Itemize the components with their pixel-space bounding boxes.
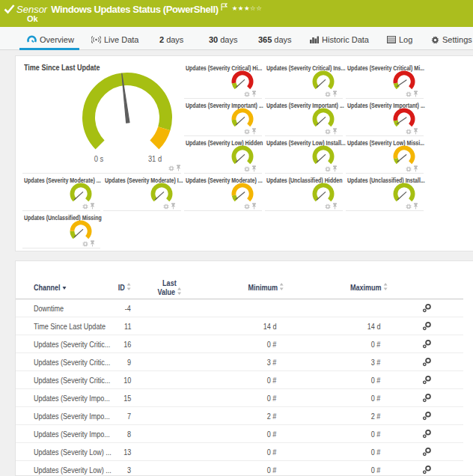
channel-id: 16 <box>91 340 131 349</box>
gauge-settings-gear-icon[interactable] <box>163 204 169 210</box>
pin-icon[interactable] <box>332 128 338 135</box>
gauge-cell-icons <box>325 203 338 210</box>
gauge-cell[interactable]: Updates (Unclassified) Install... <box>346 174 424 211</box>
channel-row[interactable]: Updates (Severity Critic...160 #0 # <box>16 335 463 353</box>
gauge-settings-gear-icon[interactable] <box>244 129 250 135</box>
gauge-settings-gear-icon[interactable] <box>82 204 88 210</box>
channel-row[interactable]: Time Since Last Update1114 d14 d <box>16 317 463 335</box>
pin-icon[interactable] <box>90 203 95 210</box>
gauge-cell[interactable]: Updates (Severity Important) ... <box>346 100 424 136</box>
column-header-last-value[interactable]: LastValue <box>132 278 207 296</box>
gauge-settings-gear-icon[interactable] <box>325 91 331 97</box>
tab-30-days[interactable]: 30days <box>209 34 238 46</box>
gauge-settings-gear-icon[interactable] <box>325 129 331 135</box>
channel-maximum: 14 d <box>305 322 380 331</box>
pin-icon[interactable] <box>332 91 338 97</box>
gauge-cell[interactable]: Updates (Unclassified) Missing <box>22 212 100 248</box>
gauge-cell[interactable]: Updates (Severity Important) ... <box>184 100 262 136</box>
channel-row[interactable]: Downtime-4 <box>16 299 463 317</box>
tab-log[interactable]: Log <box>387 34 412 46</box>
gauge-cell[interactable]: Updates (Severity Low) Install... <box>265 137 343 174</box>
channel-settings-icon[interactable] <box>421 356 433 368</box>
gauge-settings-gear-icon[interactable] <box>325 166 331 172</box>
channel-settings-icon[interactable] <box>421 320 433 332</box>
pin-icon[interactable] <box>413 91 418 97</box>
gauge-settings-gear-icon[interactable] <box>406 204 412 210</box>
gauge-settings-gear-icon[interactable] <box>406 166 412 172</box>
gauge-cell[interactable]: Updates (Severity Critical) Hi... <box>184 62 262 99</box>
tab-settings[interactable]: Settings <box>431 34 472 46</box>
channel-name[interactable]: Downtime <box>34 304 70 313</box>
pin-icon[interactable] <box>413 128 418 135</box>
sensor-status-text: Ok <box>27 14 38 23</box>
pin-icon[interactable] <box>176 165 181 171</box>
channel-settings-icon[interactable] <box>421 392 433 404</box>
gauge-cell[interactable]: Updates (Severity Low) Missi... <box>346 137 424 174</box>
sort-icon[interactable] <box>383 283 388 290</box>
tab-365-days[interactable]: 365days <box>258 34 292 46</box>
pin-icon[interactable] <box>413 203 418 210</box>
gauge-settings-gear-icon[interactable] <box>168 165 174 171</box>
pin-icon[interactable] <box>251 165 257 172</box>
channel-row[interactable]: Updates (Severity Critic...93 #3 # <box>16 353 463 371</box>
gauge-settings-gear-icon[interactable] <box>406 91 412 97</box>
gauge-settings-gear-icon[interactable] <box>244 204 250 210</box>
priority-flag-icon[interactable] <box>221 3 228 10</box>
priority-stars[interactable]: ★★★☆☆ <box>232 4 263 12</box>
column-header-minimum[interactable]: Minimum <box>201 283 284 292</box>
pin-icon[interactable] <box>171 203 176 210</box>
channel-settings-icon[interactable] <box>421 374 433 386</box>
pin-icon[interactable] <box>90 240 95 247</box>
channel-row[interactable]: Updates (Severity Impo...72 #2 # <box>16 407 463 425</box>
channel-minimum: 2 # <box>201 412 276 421</box>
sort-icon[interactable] <box>126 283 131 290</box>
gauge-cell[interactable]: Updates (Severity Moderate) ... <box>22 174 100 211</box>
gauge-min-label: 0 s <box>93 154 106 163</box>
pin-icon[interactable] <box>332 203 338 210</box>
column-header-channel[interactable]: Channel <box>34 283 73 292</box>
gauge-settings-gear-icon[interactable] <box>325 204 331 210</box>
tab-historic-data[interactable]: Historic Data <box>310 34 369 46</box>
column-header-id[interactable]: ID <box>91 283 131 292</box>
tab-label: Overview <box>40 35 74 44</box>
channel-settings-icon[interactable] <box>421 446 433 458</box>
tab-live-data[interactable]: Live Data <box>91 34 138 46</box>
pin-icon[interactable] <box>332 165 338 172</box>
gauge-cell[interactable]: Updates (Severity Important) ... <box>265 100 343 136</box>
gauge-settings-gear-icon[interactable] <box>406 129 412 135</box>
sort-icon[interactable] <box>177 287 181 295</box>
channel-row[interactable]: Updates (Severity Impo...150 #0 # <box>16 389 463 407</box>
pin-icon[interactable] <box>251 203 257 210</box>
channel-settings-icon[interactable] <box>421 338 433 350</box>
gauge-cell[interactable]: Updates (Unclassified) Hidden <box>265 174 343 211</box>
pin-icon[interactable] <box>413 165 418 172</box>
column-header-maximum[interactable]: Maximum <box>305 283 388 292</box>
channel-row[interactable]: Updates (Severity Low) ...130 #0 # <box>16 443 463 461</box>
gauge-cell-icons <box>168 165 181 171</box>
gauge-cell-time-since-last-update[interactable]: Time Since Last Update0 s31 d <box>22 62 181 174</box>
gauge-settings-gear-icon[interactable] <box>244 166 250 172</box>
cell-divider <box>346 98 424 99</box>
sort-icon[interactable] <box>279 283 284 290</box>
pin-icon[interactable] <box>251 128 257 135</box>
channel-settings-icon[interactable] <box>421 428 433 440</box>
channel-row[interactable]: Updates (Severity Critic...100 #0 # <box>16 371 463 389</box>
gauge-settings-gear-icon[interactable] <box>82 241 88 247</box>
gauge-settings-gear-icon[interactable] <box>244 91 250 97</box>
channel-row[interactable]: Updates (Severity Impo...80 #0 # <box>16 425 463 443</box>
tab-overview[interactable]: Overview <box>27 34 74 46</box>
pin-icon[interactable] <box>251 91 257 97</box>
gauge-cell[interactable]: Updates (Severity Moderate) ... <box>184 174 262 211</box>
gauge-cell[interactable]: Updates (Severity Critical) Ins... <box>265 62 343 99</box>
channel-settings-icon[interactable] <box>421 302 433 314</box>
channel-maximum <box>305 304 380 313</box>
channel-row[interactable]: Updates (Severity Low) ...30 #0 # <box>16 461 463 476</box>
channel-settings-icon[interactable] <box>421 410 433 422</box>
channel-id: -4 <box>91 304 131 313</box>
gauge-cell[interactable]: Updates (Severity Low) Hidden <box>184 137 262 174</box>
gauge-cell[interactable]: Updates (Severity Critical) Mi... <box>346 62 424 99</box>
gauge-cell[interactable]: Updates (Severity Moderate) I... <box>103 174 181 211</box>
cell-divider <box>265 173 343 174</box>
tab-2-days[interactable]: 2days <box>159 34 183 46</box>
channel-settings-icon[interactable] <box>421 464 433 476</box>
